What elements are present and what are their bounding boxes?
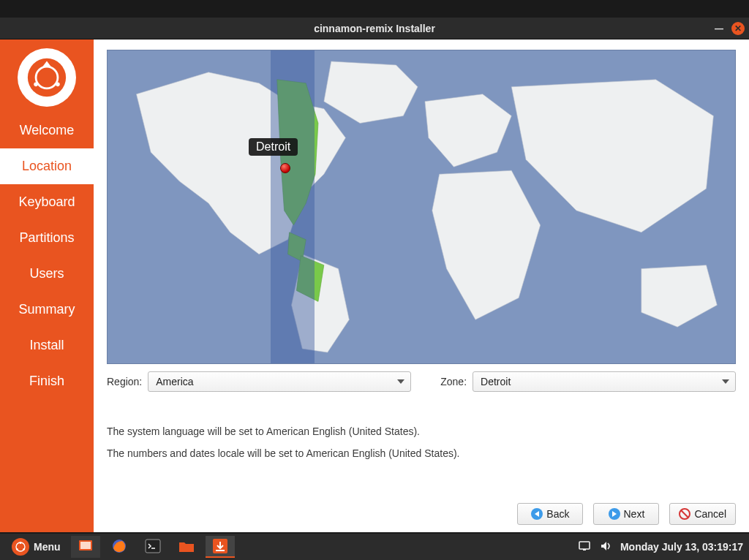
next-button[interactable]: Next	[593, 503, 659, 525]
minimize-icon[interactable]: —	[712, 22, 726, 35]
installer-sidebar: Welcome Location Keyboard Partitions Use…	[0, 39, 94, 532]
svg-point-8	[16, 548, 18, 550]
taskbar-files[interactable]	[172, 536, 201, 558]
arrow-left-icon	[531, 508, 543, 520]
taskbar-installer[interactable]	[206, 536, 235, 558]
timezone-map[interactable]: Detroit	[107, 50, 736, 364]
sidebar-item-finish[interactable]: Finish	[0, 363, 94, 399]
timezone-band	[271, 50, 315, 363]
menu-label: Menu	[34, 541, 61, 553]
taskbar-firefox[interactable]	[105, 536, 134, 558]
start-menu-icon	[12, 538, 29, 556]
sidebar-item-welcome[interactable]: Welcome	[0, 113, 94, 148]
cancel-button-label: Cancel	[694, 508, 726, 520]
map-pin-icon	[280, 163, 290, 173]
svg-point-4	[56, 83, 60, 87]
svg-point-3	[34, 83, 38, 87]
zone-combobox-value: Detroit	[481, 376, 511, 387]
svg-rect-11	[80, 542, 91, 549]
sidebar-item-partitions[interactable]: Partitions	[0, 220, 94, 256]
distro-logo-icon	[18, 48, 76, 107]
chevron-down-icon	[397, 379, 404, 384]
window-title-bar: cinnamon-remix Installer — ✕	[0, 18, 749, 39]
installer-content: Detroit Region: America Zone: Detroit Th…	[94, 39, 749, 532]
region-combobox-value: America	[156, 376, 193, 387]
window-title: cinnamon-remix Installer	[314, 23, 435, 34]
region-label: Region:	[107, 376, 142, 387]
svg-point-7	[20, 542, 22, 544]
map-city-label: Detroit	[249, 138, 298, 156]
locale-numbers-text: The numbers and dates locale will be set…	[107, 447, 736, 459]
taskbar-clock[interactable]: Monday July 13, 03:19:17	[620, 541, 743, 553]
region-combobox[interactable]: America	[148, 371, 411, 392]
taskbar-terminal[interactable]	[138, 536, 168, 558]
close-icon[interactable]: ✕	[731, 22, 745, 35]
desktop-taskbar: Menu Monday July 13, 03:19:17	[0, 532, 749, 560]
sidebar-item-location[interactable]: Location	[0, 148, 94, 184]
zone-label: Zone:	[440, 376, 467, 387]
back-button-label: Back	[546, 508, 569, 520]
sidebar-item-summary[interactable]: Summary	[0, 292, 94, 328]
start-menu-button[interactable]: Menu	[6, 536, 67, 558]
sound-icon[interactable]	[600, 540, 613, 554]
svg-point-5	[45, 63, 49, 67]
svg-rect-13	[146, 540, 160, 553]
system-language-text: The system language will be set to Ameri…	[107, 425, 736, 437]
arrow-right-icon	[609, 508, 620, 520]
svg-point-9	[23, 548, 25, 550]
cancel-icon	[679, 508, 690, 520]
svg-rect-17	[579, 542, 590, 549]
sidebar-item-install[interactable]: Install	[0, 328, 94, 363]
svg-rect-18	[583, 549, 586, 550]
back-button[interactable]: Back	[517, 503, 583, 525]
desktop-top-bar	[0, 0, 749, 18]
next-button-label: Next	[624, 508, 645, 520]
network-icon[interactable]	[578, 540, 592, 554]
sidebar-item-users[interactable]: Users	[0, 256, 94, 292]
sidebar-item-keyboard[interactable]: Keyboard	[0, 184, 94, 220]
chevron-down-icon	[722, 379, 729, 384]
taskbar-show-desktop[interactable]	[71, 536, 100, 558]
cancel-button[interactable]: Cancel	[669, 503, 736, 525]
zone-combobox[interactable]: Detroit	[473, 371, 736, 392]
